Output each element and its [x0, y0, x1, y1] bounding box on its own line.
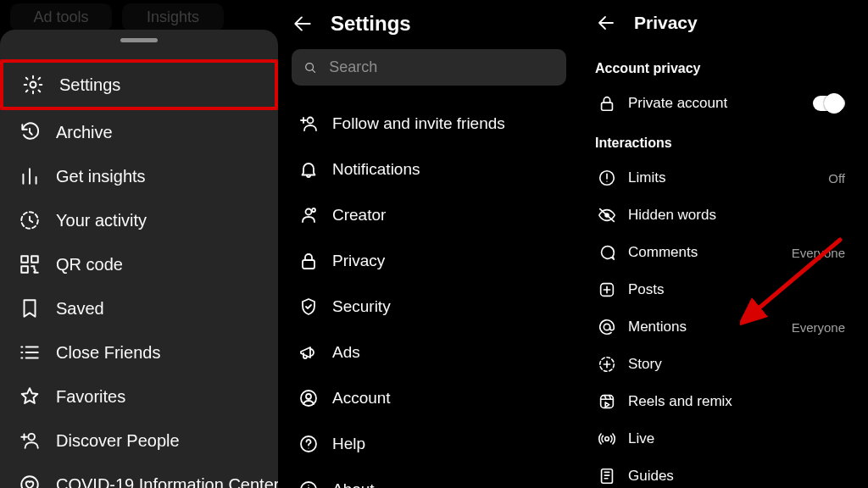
privacy-item-aux: Off	[828, 171, 845, 186]
settings-item[interactable]: Security	[283, 284, 575, 330]
privacy-item[interactable]: CommentsEveryone	[592, 234, 851, 271]
person-badge-icon	[298, 205, 319, 225]
person-badge-icon	[298, 205, 319, 225]
menu-item[interactable]: Get insights	[0, 154, 278, 198]
eye-icon	[598, 206, 616, 225]
settings-header: Settings	[283, 5, 575, 49]
privacy-item[interactable]: Guides	[592, 458, 851, 488]
gear-icon	[22, 74, 44, 96]
add-person-icon	[19, 430, 41, 452]
menu-item-label: Discover People	[56, 431, 180, 451]
menu-item[interactable]: Archive	[0, 110, 278, 154]
lock-icon	[598, 94, 616, 113]
menu-item[interactable]: Favorites	[0, 374, 278, 419]
star-icon	[19, 385, 41, 408]
settings-pane: Settings Follow and invite friendsNotifi…	[278, 0, 583, 488]
menu-item[interactable]: COVID-19 Information Center	[0, 463, 278, 488]
privacy-item-label: Posts	[628, 281, 845, 298]
privacy-item-label: Hidden words	[628, 207, 845, 224]
menu-item-label: QR code	[56, 255, 123, 274]
megaphone-icon	[298, 342, 319, 363]
privacy-pane: Privacy Account privacy Private account …	[583, 0, 868, 488]
settings-item[interactable]: Follow and invite friends	[283, 101, 575, 147]
account-icon	[298, 388, 319, 408]
history-icon	[19, 121, 41, 143]
arrow-left-icon	[292, 13, 314, 35]
section-interactions: Interactions	[595, 136, 848, 151]
privacy-header: Privacy	[592, 5, 851, 47]
settings-item[interactable]: Privacy	[283, 238, 400, 284]
settings-title: Settings	[331, 12, 411, 36]
privacy-item[interactable]: Hidden words	[592, 197, 851, 234]
privacy-item[interactable]: Live	[592, 420, 851, 458]
menu-item[interactable]: Your activity	[0, 198, 278, 242]
settings-item-label: Privacy	[332, 252, 385, 270]
settings-item[interactable]: About	[283, 467, 575, 488]
menu-item[interactable]: QR code	[0, 242, 278, 286]
menu-item[interactable]: Settings	[0, 59, 278, 110]
privacy-item[interactable]: Story	[592, 346, 668, 383]
svg-point-10	[312, 208, 315, 212]
guides-icon	[598, 467, 616, 485]
svg-point-13	[306, 394, 311, 399]
privacy-item[interactable]: LimitsOff	[592, 159, 851, 197]
comment-icon	[598, 243, 616, 262]
menu-item[interactable]: Saved	[0, 286, 278, 330]
menu-item-label: Settings	[59, 75, 120, 95]
menu-item[interactable]: Close Friends	[0, 330, 278, 374]
settings-item-label: Account	[332, 389, 391, 408]
menu-item-label: Your activity	[56, 211, 147, 230]
svg-point-8	[308, 118, 314, 124]
svg-rect-2	[21, 256, 28, 263]
menu-pane: Ad tools Insights SettingsArchiveGet ins…	[0, 0, 278, 488]
menu-item-label: Close Friends	[56, 343, 160, 363]
privacy-item-label: Comments	[628, 244, 780, 261]
settings-item[interactable]: Notifications	[283, 147, 575, 192]
activity-clock-icon	[19, 209, 41, 231]
comment-icon	[598, 243, 616, 262]
tab-ad-tools[interactable]: Ad tools	[10, 3, 112, 31]
menu-item-label: COVID-19 Information Center	[56, 475, 279, 489]
menu-item-label: Get insights	[56, 167, 146, 186]
svg-rect-11	[303, 260, 314, 269]
story-plus-icon	[598, 355, 616, 374]
privacy-item[interactable]: MentionsEveryone	[592, 308, 851, 346]
privacy-item-aux: Everyone	[792, 246, 845, 260]
settings-item[interactable]: Help	[283, 421, 575, 467]
settings-item[interactable]: Ads	[283, 330, 575, 375]
private-account-toggle[interactable]	[813, 96, 845, 111]
private-account-row[interactable]: Private account	[592, 85, 851, 122]
svg-rect-28	[602, 469, 613, 484]
privacy-item-label: Reels and remix	[628, 393, 845, 410]
menu-item-label: Saved	[56, 299, 104, 319]
tab-insights[interactable]: Insights	[122, 3, 224, 31]
privacy-item[interactable]: Reels and remix	[592, 383, 851, 420]
eye-icon	[598, 206, 616, 225]
search-field[interactable]	[292, 49, 566, 86]
gear-icon	[22, 74, 44, 96]
back-button[interactable]	[595, 12, 617, 34]
menu-item[interactable]: Discover People	[0, 419, 278, 463]
info-heart-icon	[19, 474, 41, 488]
sheet-handle-icon[interactable]	[120, 38, 158, 42]
settings-item[interactable]: Creator	[283, 192, 575, 238]
activity-clock-icon	[19, 209, 41, 231]
plus-square-icon	[598, 280, 616, 299]
info-icon	[298, 480, 319, 488]
settings-item-label: Ads	[332, 343, 360, 362]
bookmark-icon	[19, 297, 41, 319]
reels-icon	[598, 392, 616, 411]
search-input[interactable]	[327, 58, 554, 77]
account-icon	[298, 388, 319, 408]
svg-point-27	[605, 437, 609, 441]
back-button[interactable]	[292, 13, 314, 35]
add-person-icon	[298, 114, 319, 134]
mention-icon	[598, 318, 616, 336]
limits-icon	[598, 169, 616, 187]
svg-point-0	[31, 82, 36, 88]
list-icon	[19, 341, 41, 363]
svg-point-15	[308, 447, 309, 448]
settings-item[interactable]: Account	[283, 375, 575, 421]
privacy-item[interactable]: Posts	[592, 271, 851, 308]
privacy-item-label: Story	[628, 356, 662, 373]
